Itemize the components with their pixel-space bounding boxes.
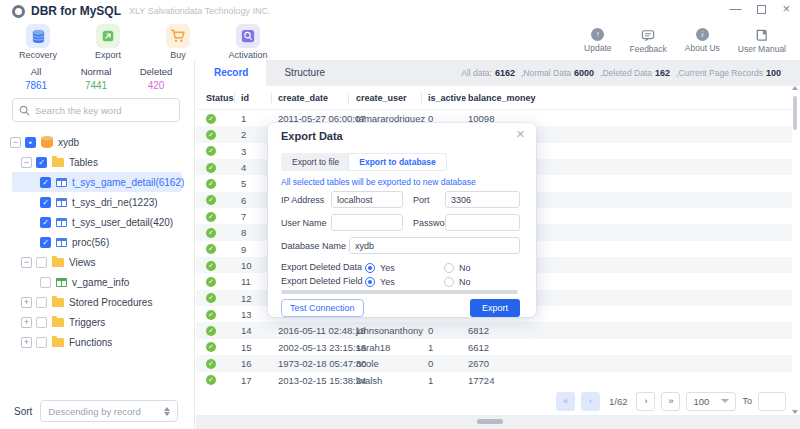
- tree-item-triggers[interactable]: + Triggers: [0, 312, 194, 332]
- tree-item-v-game-info[interactable]: v_game_info: [0, 272, 194, 292]
- tab-structure[interactable]: Structure: [266, 60, 343, 86]
- sort-dropdown[interactable]: Descending by record: [40, 400, 178, 422]
- table-icon: [56, 218, 67, 227]
- export-button[interactable]: Export: [470, 299, 520, 317]
- page-size-select[interactable]: 100: [686, 392, 736, 411]
- checkbox-checked-icon[interactable]: ✓: [40, 217, 51, 228]
- checkbox-checked-icon[interactable]: ✓: [40, 237, 51, 248]
- no-option[interactable]: No: [459, 277, 471, 287]
- goto-page-input[interactable]: [758, 392, 786, 411]
- collapse-icon[interactable]: −: [10, 137, 21, 148]
- scroll-down-icon[interactable]: [792, 410, 798, 414]
- yes-option[interactable]: Yes: [380, 277, 395, 287]
- hscrollbar-thumb[interactable]: [477, 419, 503, 424]
- tree-item-functions[interactable]: + Functions: [0, 332, 194, 352]
- first-page-button[interactable]: «: [556, 392, 575, 411]
- feedback-button[interactable]: Feedback: [630, 28, 667, 54]
- vertical-scrollbar[interactable]: [793, 86, 798, 414]
- password-input[interactable]: [445, 214, 520, 231]
- scroll-up-icon[interactable]: [792, 86, 798, 90]
- test-connection-button[interactable]: Test Connection: [281, 299, 364, 317]
- checkbox-empty-icon[interactable]: [40, 277, 51, 288]
- cell-id: 6: [241, 195, 246, 206]
- activation-button[interactable]: Activation: [224, 24, 272, 60]
- tree-item-t-sys-user-detail[interactable]: ✓ t_sys_user_detail(420): [0, 212, 194, 232]
- expand-icon[interactable]: +: [21, 297, 32, 308]
- cell-create-date: 1973-02-18 05:47:30: [278, 358, 366, 369]
- checkbox-empty-icon[interactable]: [36, 337, 47, 348]
- yes-option[interactable]: Yes: [380, 263, 395, 273]
- radio-unselected-icon[interactable]: [444, 263, 454, 273]
- collapse-icon[interactable]: −: [21, 257, 32, 268]
- sort-label: Sort: [14, 406, 32, 417]
- tree-item-views[interactable]: − Views: [0, 252, 194, 272]
- checkbox-indeterminate-icon[interactable]: ▪: [25, 137, 36, 148]
- cell-id: 9: [241, 244, 246, 255]
- view-table-icon: [56, 278, 67, 287]
- export-label: Export: [95, 50, 121, 60]
- about-us-button[interactable]: i About Us: [685, 28, 720, 54]
- update-button[interactable]: ↑ Update: [584, 28, 611, 54]
- buy-label: Buy: [170, 50, 186, 60]
- tab-record[interactable]: Record: [196, 60, 266, 86]
- export-info-text: All selected tables will be exported to …: [281, 177, 476, 187]
- radio-selected-icon[interactable]: [365, 277, 375, 287]
- last-page-button[interactable]: »: [661, 392, 680, 411]
- stat-all: All 7861: [6, 66, 66, 91]
- search-input[interactable]: [35, 105, 173, 116]
- tree-item-xydb[interactable]: − ▪ xydb: [0, 132, 194, 152]
- cell-id: 4: [241, 162, 246, 173]
- radio-unselected-icon[interactable]: [444, 277, 454, 287]
- tab-export-to-database[interactable]: Export to database: [349, 154, 446, 170]
- database-icon: [26, 24, 50, 48]
- user-name-input[interactable]: [331, 214, 403, 231]
- scrollbar-thumb[interactable]: [793, 96, 797, 130]
- cell-create-user: lwalsh: [356, 375, 382, 386]
- activation-label: Activation: [228, 50, 267, 60]
- table-row[interactable]: ✓ 16 1973-02-18 05:47:30 ncole 0 2670: [196, 355, 792, 371]
- table-row[interactable]: ✓ 15 2002-05-13 23:15:16 sarah18 1 6612: [196, 339, 792, 355]
- ip-address-input[interactable]: [331, 191, 403, 208]
- database-icon: [41, 137, 53, 148]
- search-icon: [19, 105, 30, 116]
- export-button[interactable]: Export: [84, 24, 132, 60]
- goto-label: To: [742, 396, 752, 406]
- checkbox-empty-icon[interactable]: [36, 257, 47, 268]
- close-dialog-icon[interactable]: ✕: [516, 128, 525, 141]
- horizontal-scrollbar[interactable]: [196, 415, 800, 429]
- recovery-button[interactable]: Recovery: [14, 24, 62, 60]
- table-header: Status id create_date create_user is_act…: [196, 86, 792, 110]
- expand-icon[interactable]: +: [21, 337, 32, 348]
- cell-balance-money: 6612: [468, 342, 489, 353]
- tree-item-proc[interactable]: ✓ proc(56): [0, 232, 194, 252]
- status-ok-icon: ✓: [206, 277, 216, 287]
- checkbox-checked-icon[interactable]: ✓: [36, 157, 47, 168]
- close-window-icon[interactable]: ×: [782, 4, 790, 14]
- cell-is-active: 1: [428, 375, 433, 386]
- tree-item-t-sys-game-detail[interactable]: ✓ t_sys_game_detail(6162): [12, 172, 182, 192]
- checkbox-empty-icon[interactable]: [36, 317, 47, 328]
- no-option[interactable]: No: [459, 263, 471, 273]
- radio-selected-icon[interactable]: [365, 263, 375, 273]
- collapse-icon[interactable]: −: [21, 157, 32, 168]
- expand-icon[interactable]: +: [21, 317, 32, 328]
- database-name-input[interactable]: [349, 237, 520, 254]
- tree-item-stored-procedures[interactable]: + Stored Procedures: [0, 292, 194, 312]
- port-input[interactable]: [445, 191, 520, 208]
- user-manual-button[interactable]: User Manual: [738, 28, 786, 54]
- checkbox-empty-icon[interactable]: [36, 297, 47, 308]
- table-row[interactable]: ✓ 14 2016-05-11 02:48:18 johnsonanthony …: [196, 322, 792, 338]
- tree-item-t-sys-dri-ne[interactable]: ✓ t_sys_dri_ne(1223): [0, 192, 194, 212]
- maximize-icon[interactable]: [757, 5, 766, 14]
- tab-export-to-file[interactable]: Export to file: [282, 154, 349, 170]
- prev-page-button[interactable]: ‹: [581, 392, 600, 411]
- buy-button[interactable]: Buy: [154, 24, 202, 60]
- tree-item-tables[interactable]: − ✓ Tables: [0, 152, 194, 172]
- dialog-hscrollbar[interactable]: [281, 290, 518, 294]
- minimize-icon[interactable]: —: [729, 4, 741, 14]
- checkbox-checked-icon[interactable]: ✓: [40, 197, 51, 208]
- table-row[interactable]: ✓ 17 2013-02-15 15:38:24 lwalsh 1 17724: [196, 372, 792, 388]
- status-ok-icon: ✓: [206, 228, 216, 238]
- next-page-button[interactable]: ›: [636, 392, 655, 411]
- checkbox-checked-icon[interactable]: ✓: [40, 177, 51, 188]
